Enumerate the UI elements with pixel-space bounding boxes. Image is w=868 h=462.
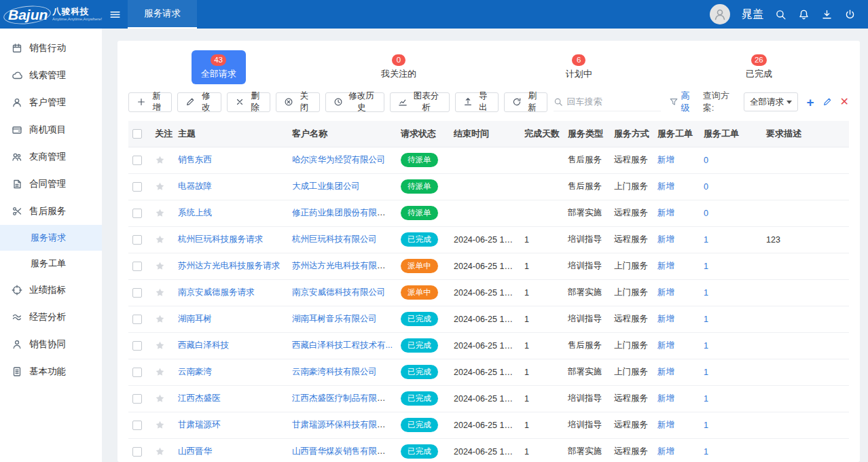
sidebar-item-6[interactable]: 售后服务 bbox=[0, 198, 102, 225]
customer-link[interactable]: 哈尔滨华为经贸有限公司 bbox=[292, 155, 386, 164]
star-toggle[interactable] bbox=[155, 181, 165, 191]
star-toggle[interactable] bbox=[155, 446, 165, 456]
sidebar-item-10[interactable]: 基本功能 bbox=[0, 358, 102, 385]
topbar-search-button[interactable] bbox=[775, 9, 786, 20]
sidebar-item-7[interactable]: 业绩指标 bbox=[0, 277, 102, 304]
sidebar-item-0[interactable]: 销售行动 bbox=[0, 35, 102, 62]
stat-tab[interactable]: 6 计划中 bbox=[556, 50, 602, 84]
row-checkbox[interactable] bbox=[132, 394, 142, 404]
avatar[interactable] bbox=[710, 4, 730, 24]
hamburger-menu-button[interactable] bbox=[102, 0, 128, 29]
row-checkbox[interactable] bbox=[132, 447, 142, 457]
ticket-add-link[interactable]: 新增 bbox=[657, 393, 674, 403]
sidebar-item-5[interactable]: 合同管理 bbox=[0, 171, 102, 198]
customer-link[interactable]: 修正药业集团股份有限公司 bbox=[292, 208, 394, 217]
customer-link[interactable]: 湖南耳树音乐有限公司 bbox=[292, 314, 377, 323]
row-checkbox[interactable] bbox=[132, 262, 142, 271]
export-button[interactable]: 导出 bbox=[455, 92, 499, 112]
ticket-count-link[interactable]: 1 bbox=[704, 421, 708, 430]
column-header[interactable]: 服务工单 bbox=[653, 121, 700, 147]
sidebar-subitem[interactable]: 服务工单 bbox=[0, 251, 102, 277]
sidebar-subitem[interactable]: 服务请求 bbox=[0, 225, 102, 251]
ticket-count-link[interactable]: 0 bbox=[704, 156, 708, 165]
row-checkbox[interactable] bbox=[132, 209, 142, 218]
delete-button[interactable]: 删除 bbox=[227, 92, 270, 112]
star-toggle[interactable] bbox=[155, 155, 165, 164]
ticket-count-link[interactable]: 1 bbox=[704, 447, 708, 457]
topbar-tab-service-request[interactable]: 服务请求 bbox=[128, 0, 197, 29]
subject-link[interactable]: 电器故障 bbox=[178, 181, 212, 191]
ticket-count-link[interactable]: 1 bbox=[704, 394, 708, 404]
history-button[interactable]: 修改历史 bbox=[325, 92, 384, 112]
row-checkbox[interactable] bbox=[132, 341, 142, 351]
ticket-count-link[interactable]: 1 bbox=[704, 315, 708, 324]
row-checkbox[interactable] bbox=[132, 156, 142, 165]
row-checkbox[interactable] bbox=[132, 288, 142, 298]
row-checkbox[interactable] bbox=[132, 315, 142, 324]
sidebar-item-8[interactable]: 经营分析 bbox=[0, 304, 102, 331]
ticket-count-link[interactable]: 1 bbox=[704, 341, 708, 351]
customer-link[interactable]: 苏州达方光电科技有限公司 bbox=[292, 261, 394, 270]
subject-link[interactable]: 苏州达方光电科技服务请求 bbox=[178, 261, 280, 270]
subject-link[interactable]: 湖南耳树 bbox=[178, 314, 212, 323]
star-toggle[interactable] bbox=[155, 234, 165, 244]
ticket-count-link[interactable]: 1 bbox=[704, 368, 708, 377]
topbar-bell-button[interactable] bbox=[798, 9, 810, 20]
star-toggle[interactable] bbox=[155, 208, 165, 217]
star-toggle[interactable] bbox=[155, 367, 165, 376]
ticket-count-link[interactable]: 1 bbox=[704, 288, 708, 298]
ticket-add-link[interactable]: 新增 bbox=[657, 420, 674, 429]
row-checkbox[interactable] bbox=[132, 235, 142, 245]
ticket-add-link[interactable]: 新增 bbox=[657, 446, 674, 456]
ticket-add-link[interactable]: 新增 bbox=[657, 181, 674, 191]
query-plan-edit-button[interactable] bbox=[822, 97, 832, 107]
ticket-add-link[interactable]: 新增 bbox=[657, 314, 674, 323]
ticket-count-link[interactable]: 1 bbox=[704, 235, 708, 245]
refresh-button[interactable]: 刷新 bbox=[504, 92, 547, 112]
customer-link[interactable]: 大成工业集团公司 bbox=[292, 181, 360, 191]
subject-link[interactable]: 山西晋华 bbox=[178, 446, 212, 456]
column-header[interactable]: 客户名称 bbox=[288, 121, 397, 147]
ticket-add-link[interactable]: 新增 bbox=[657, 261, 674, 270]
topbar-download-button[interactable] bbox=[821, 9, 833, 20]
customer-link[interactable]: 云南豪湾科技有限公司 bbox=[292, 367, 377, 376]
add-button[interactable]: 新增 bbox=[128, 92, 172, 112]
ticket-add-link[interactable]: 新增 bbox=[657, 367, 674, 376]
star-toggle[interactable] bbox=[155, 287, 165, 297]
username[interactable]: 晁盖 bbox=[742, 7, 763, 22]
column-header[interactable]: 结束时间 bbox=[450, 121, 520, 147]
subject-link[interactable]: 云南豪湾 bbox=[178, 367, 212, 376]
star-toggle[interactable] bbox=[155, 314, 165, 323]
ticket-add-link[interactable]: 新增 bbox=[657, 208, 674, 217]
subject-link[interactable]: 江西杰盛医 bbox=[178, 393, 221, 403]
query-plan-delete-button[interactable]: ✕ bbox=[840, 96, 849, 107]
ticket-count-link[interactable]: 0 bbox=[704, 209, 708, 218]
ticket-add-link[interactable]: 新增 bbox=[657, 340, 674, 350]
customer-link[interactable]: 西藏白泽科技工程技术有... bbox=[292, 340, 393, 350]
row-checkbox[interactable] bbox=[132, 368, 142, 377]
advanced-filter-button[interactable]: 高级 bbox=[669, 90, 695, 114]
select-all-checkbox[interactable] bbox=[132, 129, 142, 139]
ticket-count-link[interactable]: 0 bbox=[704, 182, 708, 192]
column-header[interactable]: 要求描述 bbox=[762, 121, 849, 147]
subject-link[interactable]: 杭州巨玩科技服务请求 bbox=[178, 234, 263, 244]
customer-link[interactable]: 甘肃瑞源环保科技有限公司 bbox=[292, 420, 394, 429]
stat-tab[interactable]: 26 已完成 bbox=[736, 50, 782, 84]
sidebar-item-9[interactable]: 销售协同 bbox=[0, 331, 102, 358]
ticket-add-link[interactable]: 新增 bbox=[657, 287, 674, 297]
column-header[interactable]: 服务工单 bbox=[700, 121, 762, 147]
column-header[interactable]: 主题 bbox=[174, 121, 288, 147]
customer-link[interactable]: 南京安威德科技有限公司 bbox=[292, 287, 386, 297]
column-header[interactable]: 关注 bbox=[151, 121, 174, 147]
ticket-add-link[interactable]: 新增 bbox=[657, 155, 674, 164]
subject-link[interactable]: 系统上线 bbox=[178, 208, 212, 217]
query-plan-add-button[interactable]: + bbox=[806, 96, 814, 109]
row-checkbox[interactable] bbox=[132, 182, 142, 192]
customer-link[interactable]: 江西杰盛医疗制品有限公司 bbox=[292, 393, 394, 403]
subject-link[interactable]: 南京安威德服务请求 bbox=[178, 287, 255, 297]
star-toggle[interactable] bbox=[155, 393, 165, 403]
sidebar-item-4[interactable]: 友商管理 bbox=[0, 143, 102, 171]
sidebar-item-3[interactable]: 商机项目 bbox=[0, 116, 102, 143]
close-button[interactable]: 关闭 bbox=[276, 92, 319, 112]
star-toggle[interactable] bbox=[155, 261, 165, 270]
